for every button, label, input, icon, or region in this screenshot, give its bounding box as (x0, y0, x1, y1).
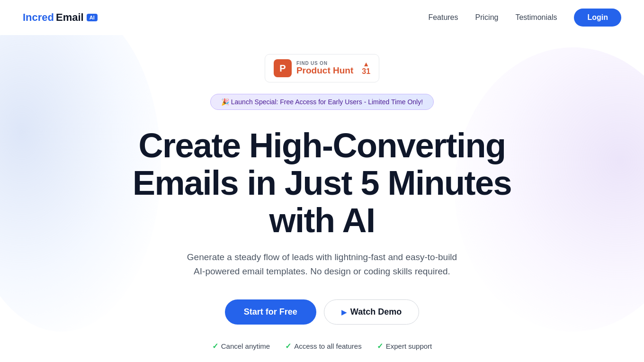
nav-features[interactable]: Features (428, 13, 458, 22)
trust-label-3: Expert support (386, 342, 432, 350)
product-hunt-badge[interactable]: P FIND US ON Product Hunt ▲ 31 (265, 54, 379, 82)
vote-arrow-icon: ▲ (363, 61, 369, 67)
play-icon: ▶ (341, 308, 347, 316)
nav-links: Features Pricing Testimonials Login (428, 9, 621, 27)
launch-banner: 🎉 Launch Special: Free Access for Early … (210, 94, 434, 110)
hero-subtext: Generate a steady flow of leads with lig… (185, 250, 459, 279)
product-hunt-icon: P (274, 59, 292, 77)
trust-item-3: ✓ Expert support (377, 342, 432, 351)
trust-item-1: ✓ Cancel anytime (212, 342, 270, 351)
check-icon-3: ✓ (377, 342, 383, 351)
trust-item-2: ✓ Access to all features (285, 342, 362, 351)
watch-demo-label: Watch Demo (350, 307, 402, 317)
logo-incred: Incred (23, 11, 54, 24)
hero-section: P FIND US ON Product Hunt ▲ 31 🎉 Launch … (0, 35, 644, 362)
start-free-button[interactable]: Start for Free (225, 299, 316, 325)
check-icon-1: ✓ (212, 342, 218, 351)
check-icon-2: ✓ (285, 342, 291, 351)
product-hunt-text: FIND US ON Product Hunt (296, 61, 353, 76)
navbar: IncredEmail AI Features Pricing Testimon… (0, 0, 644, 35)
product-hunt-votes: ▲ 31 (362, 61, 370, 76)
cta-buttons: Start for Free ▶ Watch Demo (225, 299, 419, 325)
login-button[interactable]: Login (574, 9, 621, 27)
logo-email: Email (56, 11, 84, 24)
nav-testimonials[interactable]: Testimonials (515, 13, 557, 22)
logo-ai-badge: AI (87, 14, 98, 21)
launch-banner-text: 🎉 Launch Special: Free Access for Early … (221, 98, 423, 106)
trust-badges: ✓ Cancel anytime ✓ Access to all feature… (212, 342, 432, 351)
vote-count: 31 (362, 67, 370, 76)
watch-demo-button[interactable]: ▶ Watch Demo (324, 299, 419, 325)
product-hunt-name: Product Hunt (296, 66, 353, 76)
hero-headline: Create High-Converting Emails in Just 5 … (118, 127, 526, 240)
trust-label-1: Cancel anytime (221, 342, 270, 350)
logo[interactable]: IncredEmail AI (23, 11, 98, 24)
nav-pricing[interactable]: Pricing (475, 13, 499, 22)
trust-label-2: Access to all features (294, 342, 362, 350)
